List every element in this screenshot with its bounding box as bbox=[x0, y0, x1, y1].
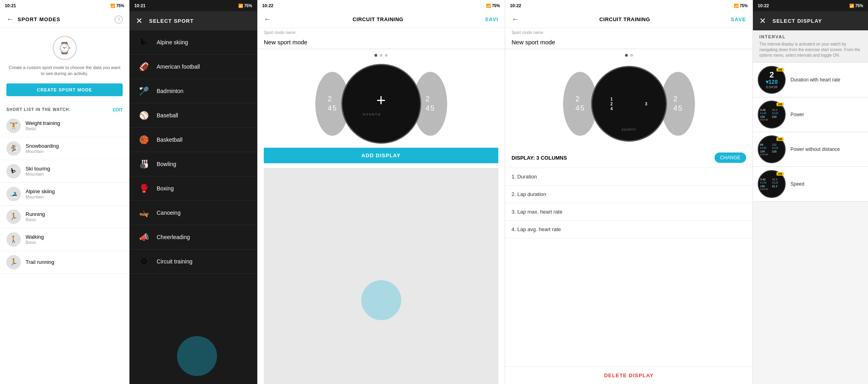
sport-select-name: Canoeing bbox=[157, 210, 181, 216]
status-icons-p1: 📶 75% bbox=[110, 4, 124, 8]
canoeing-icon: 🛶 bbox=[137, 206, 150, 219]
sport-mode-label-p3: Sport mode name bbox=[257, 28, 505, 36]
back-button-p4[interactable]: ← bbox=[512, 15, 519, 24]
p4-header: ← CIRCUIT TRAINING SAVE bbox=[505, 11, 753, 28]
sport-name: Trail running bbox=[26, 259, 54, 265]
list-item[interactable]: ⛷ Ski touring Mountain bbox=[0, 160, 129, 183]
interval-label: INTERVAL bbox=[759, 34, 862, 39]
sport-select-name: Circuit training bbox=[157, 258, 192, 265]
sport-select-bowling[interactable]: 🎳 Bowling bbox=[129, 152, 257, 176]
page-title-p1: SPORT MODES bbox=[18, 16, 60, 22]
sport-select-american-football[interactable]: 🏈 American football bbox=[129, 55, 257, 79]
list-item[interactable]: 🏃 Running Basic bbox=[0, 206, 129, 228]
display-option-power[interactable]: 2/6 3.4029.3 ▾148▾128 134216 0:04'38 Pow… bbox=[753, 97, 868, 132]
delete-display-button[interactable]: DELETE DISPLAY bbox=[505, 366, 753, 384]
back-button-p3[interactable]: ← bbox=[264, 15, 271, 24]
watch-main-p3: + SUUNTO bbox=[341, 64, 421, 144]
sport-select-badminton[interactable]: 🏸 Badminton bbox=[129, 79, 257, 103]
watch-thumb-speed: 2/6 3.4029.3 ▾148▾128 13431.2 0:04'38 bbox=[758, 170, 786, 198]
display-options-list: 2/6 2 ▾128 0:04'38 Duration with heart r… bbox=[753, 63, 868, 202]
bowling-icon: 🎳 bbox=[137, 158, 150, 170]
sport-icon-alpine: 🎿 bbox=[6, 187, 21, 201]
time-p5: 10:22 bbox=[758, 3, 769, 8]
sport-select-basketball[interactable]: 🏀 Basketball bbox=[129, 128, 257, 152]
display-list: 1. Duration 2. Lap duration 3. Lap max. … bbox=[505, 168, 753, 238]
save-button-p4[interactable]: SAVE bbox=[731, 16, 746, 22]
sport-sub: Mountain bbox=[26, 194, 55, 199]
sport-list: 🏋 Weight training Basic 🏂 Snowboarding M… bbox=[0, 115, 129, 274]
interval-description: The interval display is activated on you… bbox=[759, 42, 862, 58]
close-button-p2[interactable]: ✕ bbox=[136, 16, 143, 26]
sport-select-baseball[interactable]: ⚾ Baseball bbox=[129, 103, 257, 128]
sport-mode-name-input-p3[interactable] bbox=[257, 36, 505, 49]
list-item: 2. Lap duration bbox=[505, 186, 753, 203]
change-button[interactable]: CHANGE bbox=[715, 152, 746, 163]
list-item[interactable]: 🏂 Snowboarding Mountain bbox=[0, 137, 129, 160]
sport-icon-walking: 🚶 bbox=[6, 232, 21, 247]
sport-select-boxing[interactable]: 🥊 Boxing bbox=[129, 176, 257, 201]
panel-sport-modes: 10:21 📶 75% ← SPORT MODES ? ⌚ Create a c… bbox=[0, 0, 129, 384]
sport-select-circuit-training[interactable]: ⚙ Circuit training bbox=[129, 249, 257, 274]
battery-p1: 75% bbox=[116, 4, 124, 8]
cheerleading-icon: 📣 bbox=[137, 231, 150, 243]
status-bar-p4: 10:22 📶 75% bbox=[505, 0, 753, 11]
american-football-icon: 🏈 bbox=[137, 60, 150, 73]
status-bar-p1: 10:21 📶 75% bbox=[0, 0, 129, 11]
baseball-icon: ⚾ bbox=[137, 109, 150, 122]
save-button-p3[interactable]: SAVI bbox=[485, 16, 498, 22]
list-item[interactable]: 🏃 Trail running bbox=[0, 251, 129, 274]
sport-name: Snowboarding bbox=[26, 143, 59, 149]
back-button-p1[interactable]: ← bbox=[6, 15, 14, 24]
display-option-power-no-dist[interactable]: 2/6 89232 ▾148▾128 134216 0:04'38 Power … bbox=[753, 132, 868, 167]
panel-circuit-training-edit: 10:22 📶 75% ← CIRCUIT TRAINING SAVE Spor… bbox=[505, 0, 753, 384]
p3-title: CIRCUIT TRAINING bbox=[352, 16, 403, 22]
sport-name: Weight training bbox=[26, 120, 60, 126]
empty-display-area bbox=[264, 168, 498, 384]
p5-header: ✕ SELECT DISPLAY bbox=[753, 11, 868, 30]
add-display-button[interactable]: ADD DISPLAY bbox=[264, 148, 498, 163]
sport-select-cheerleading[interactable]: 📣 Cheerleading bbox=[129, 225, 257, 249]
boxing-icon: 🥊 bbox=[137, 182, 150, 195]
sport-icon-snowboarding: 🏂 bbox=[6, 141, 21, 156]
display-option-name: Speed bbox=[790, 181, 804, 187]
display-columns-label: DISPLAY: 3 COLUMNS bbox=[512, 155, 567, 161]
badge-power-no-dist: 2/6 bbox=[776, 137, 784, 141]
list-item: 3. Lap max. heart rate bbox=[505, 203, 753, 221]
create-sport-mode-button[interactable]: CREATE SPORT MODE bbox=[6, 83, 123, 96]
sport-sub: Mountain bbox=[26, 149, 59, 154]
display-option-name: Duration with heart rate bbox=[790, 77, 840, 83]
watch-display-p4: 2 4 5 1 2 3 4 SUUNTO 2 4 5 bbox=[505, 60, 753, 148]
list-item: 1. Duration bbox=[505, 168, 753, 186]
display-option-name: Power bbox=[790, 112, 804, 117]
list-item[interactable]: 🏋 Weight training Basic bbox=[0, 115, 129, 137]
dot bbox=[630, 54, 633, 57]
watch-description: Create a custom sport mode to choose the… bbox=[6, 65, 123, 77]
edit-link[interactable]: EDIT bbox=[113, 107, 123, 112]
p3-header: ← CIRCUIT TRAINING SAVI bbox=[257, 11, 505, 28]
time-p4: 10:22 bbox=[510, 3, 521, 8]
sport-select-name: Badminton bbox=[157, 88, 183, 94]
sport-select-canoeing[interactable]: 🛶 Canoeing bbox=[129, 201, 257, 225]
display-option-duration-hr[interactable]: 2/6 2 ▾128 0:04'38 Duration with heart r… bbox=[753, 63, 868, 97]
sport-select-list: ⛷ Alpine skiing 🏈 American football 🏸 Ba… bbox=[129, 30, 257, 274]
watch-thumb-duration-hr: 2/6 2 ▾128 0:04'38 bbox=[758, 66, 786, 94]
list-item[interactable]: 🚶 Walking Basic bbox=[0, 228, 129, 251]
panel-select-sport: 10:21 📶 75% ✕ SELECT SPORT ⛷ Alpine skii… bbox=[129, 0, 257, 384]
selection-bubble bbox=[177, 336, 217, 376]
sport-icon-ski-touring: ⛷ bbox=[6, 164, 21, 178]
display-info-header: DISPLAY: 3 COLUMNS CHANGE bbox=[505, 148, 753, 168]
dot bbox=[385, 54, 388, 57]
list-item[interactable]: 🎿 Alpine skiing Mountain bbox=[0, 183, 129, 206]
close-button-p5[interactable]: ✕ bbox=[759, 16, 766, 26]
sport-select-alpine[interactable]: ⛷ Alpine skiing bbox=[129, 30, 257, 55]
sport-name: Alpine skiing bbox=[26, 188, 55, 194]
display-option-name: Power without distance bbox=[790, 146, 840, 152]
panel-select-display: 10:22 📶 75% ✕ SELECT DISPLAY INTERVAL Th… bbox=[753, 0, 868, 384]
sport-mode-name-input-p4[interactable] bbox=[505, 36, 753, 49]
sport-sub: Basic bbox=[26, 217, 45, 222]
display-option-speed[interactable]: 2/6 3.4029.3 ▾148▾128 13431.2 0:04'38 Sp… bbox=[753, 167, 868, 202]
sport-sub: Mountain bbox=[26, 172, 50, 176]
status-bar-p2: 10:21 📶 75% bbox=[129, 0, 257, 11]
sport-select-name: Alpine skiing bbox=[157, 39, 188, 46]
help-button-p1[interactable]: ? bbox=[115, 16, 123, 24]
